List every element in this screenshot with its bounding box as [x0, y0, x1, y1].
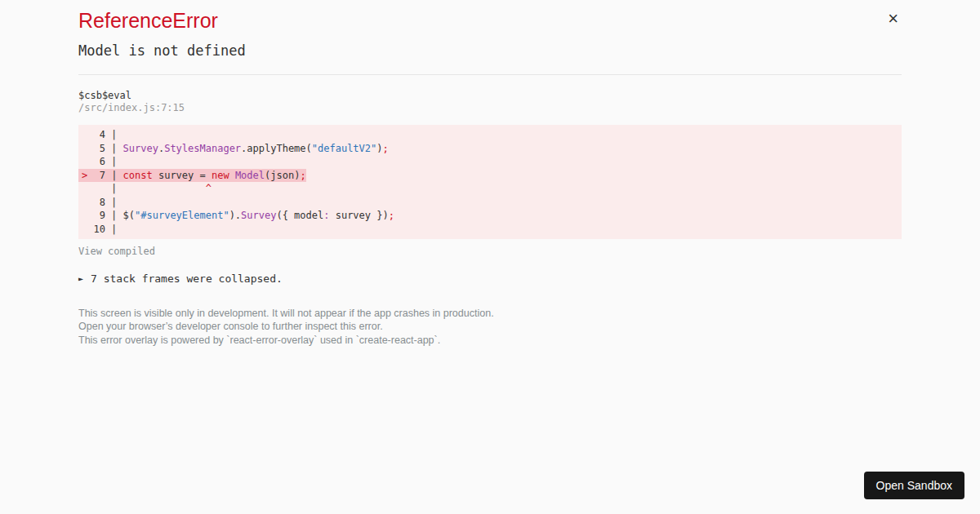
footer-note-console: Open your browser’s developer console to… [78, 320, 902, 333]
stack-frames-label: 7 stack frames were collapsed. [91, 273, 283, 285]
footer-note-development: This screen is visible only in developme… [78, 307, 902, 320]
frame-location: /src/index.js:7:15 [78, 102, 902, 114]
open-sandbox-button[interactable]: Open Sandbox [864, 472, 964, 499]
code-line: 9 | $("#surveyElement").Survey({ model: … [82, 209, 902, 223]
frame-function-name: $csb$eval [78, 90, 902, 102]
code-line: 10 | [82, 223, 902, 237]
footer-note-overlay: This error overlay is powered by `react-… [78, 334, 902, 347]
view-compiled-link[interactable]: View compiled [78, 246, 155, 258]
divider [78, 74, 902, 75]
code-frame: 4 | 5 | Survey.StylesManager.applyTheme(… [78, 125, 902, 239]
code-line: 4 | [82, 128, 902, 142]
close-icon[interactable]: × [888, 10, 898, 28]
code-line: > 7 | const survey = new Model(json); [82, 169, 902, 183]
stack-frame-header: $csb$eval /src/index.js:7:15 [78, 90, 902, 114]
code-line: 6 | [82, 155, 902, 169]
footer-notes: This screen is visible only in developme… [78, 307, 902, 347]
code-line: 5 | Survey.StylesManager.applyTheme("def… [82, 142, 902, 156]
error-message: Model is not defined [78, 44, 902, 59]
error-title: ReferenceError [78, 10, 902, 31]
collapse-arrow-icon: ► [78, 274, 83, 283]
code-line: | ^ [82, 182, 902, 196]
stack-frames-toggle[interactable]: ►7 stack frames were collapsed. [78, 273, 902, 286]
error-overlay: × ReferenceError Model is not defined $c… [78, 0, 902, 347]
code-line: 8 | [82, 196, 902, 210]
